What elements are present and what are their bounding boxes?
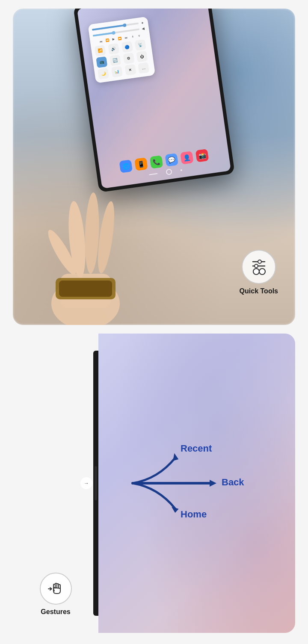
gestures-badge: Gestures (40, 573, 72, 616)
tablet-nav-bar (149, 167, 183, 178)
gestures-icon-circle (40, 573, 72, 605)
up-btn: ∧ (130, 34, 136, 40)
down-btn: ∨ (136, 33, 142, 39)
nfc-toggle: 📡 (135, 39, 146, 51)
nav-home (166, 168, 172, 175)
hand-holding-tablet (26, 154, 145, 325)
page-wrapper: ✦ ◀ ⏮ ⏪ (0, 0, 308, 641)
svg-rect-3 (59, 281, 112, 297)
brightness-icon: ✦ (140, 21, 145, 25)
nav-back (181, 169, 183, 171)
volume-thumb (112, 31, 116, 35)
svg-marker-15 (210, 480, 216, 487)
data-toggle: 📊 (111, 66, 122, 77)
gesture-arrows-diagram: Back Recent Home (107, 419, 270, 547)
quick-tools-badge: Quick Tools (240, 250, 278, 295)
svg-point-13 (259, 269, 265, 275)
right-panel: Back Recent Home (98, 334, 295, 633)
prev-btn: ⏮ (98, 38, 104, 44)
svg-point-11 (255, 264, 258, 268)
gestures-card-inner: → (13, 334, 295, 633)
dock-app-5: 👤 (180, 151, 194, 165)
gestures-icon-svg (46, 579, 65, 599)
edge-swipe-arrow: → (80, 477, 92, 489)
next-btn: ⏭ (124, 35, 130, 41)
gestures-card: → (13, 334, 295, 633)
quick-tools-icon-svg (249, 257, 268, 276)
quick-settings-panel: ✦ ◀ ⏮ ⏪ (88, 17, 155, 83)
hand-svg (26, 154, 145, 325)
tablet-edge (93, 351, 98, 616)
svg-point-12 (253, 269, 259, 275)
svg-point-5 (84, 192, 101, 274)
ff-btn: ⏩ (117, 35, 123, 41)
home-label: Home (181, 509, 207, 520)
left-panel: → (13, 334, 98, 633)
recent-label: Recent (181, 443, 212, 454)
moon-toggle: 🌙 (98, 68, 109, 80)
more-toggle: … (138, 62, 149, 74)
rotation-toggle: 🔄 (110, 54, 121, 66)
volume-icon: ◀ (141, 26, 145, 31)
bt-toggle: 🔵 (121, 41, 133, 53)
brightness-thumb (122, 24, 126, 27)
gestures-label: Gestures (41, 608, 70, 616)
nav-recent (149, 173, 157, 175)
screen-toggle: 📺 (96, 56, 107, 68)
quick-tools-icon-circle (242, 250, 276, 284)
volume-fill (93, 32, 114, 37)
quick-toggle-grid: 📶 🔊 🔵 📡 📺 🔄 ⚙ ⏻ 🌙 📊 ✕ … (95, 39, 152, 79)
tablet-edge-indent (95, 466, 97, 500)
close-toggle: ✕ (124, 64, 136, 76)
settings-toggle: ⚙ (123, 53, 134, 64)
rew-btn: ⏪ (104, 37, 110, 43)
dock-app-4: 💬 (165, 153, 178, 167)
svg-point-9 (258, 260, 261, 263)
dock-app-3: 📞 (150, 155, 163, 169)
wifi-toggle: 📶 (95, 45, 106, 56)
back-label: Back (222, 477, 244, 487)
dock-app-6: 📸 (195, 149, 209, 162)
play-btn: ▶ (111, 36, 117, 42)
quick-tools-card: ✦ ◀ ⏮ ⏪ (13, 9, 295, 325)
power-toggle: ⏻ (136, 51, 148, 62)
sound-toggle: 🔊 (108, 43, 119, 55)
quick-tools-label: Quick Tools (240, 287, 278, 295)
